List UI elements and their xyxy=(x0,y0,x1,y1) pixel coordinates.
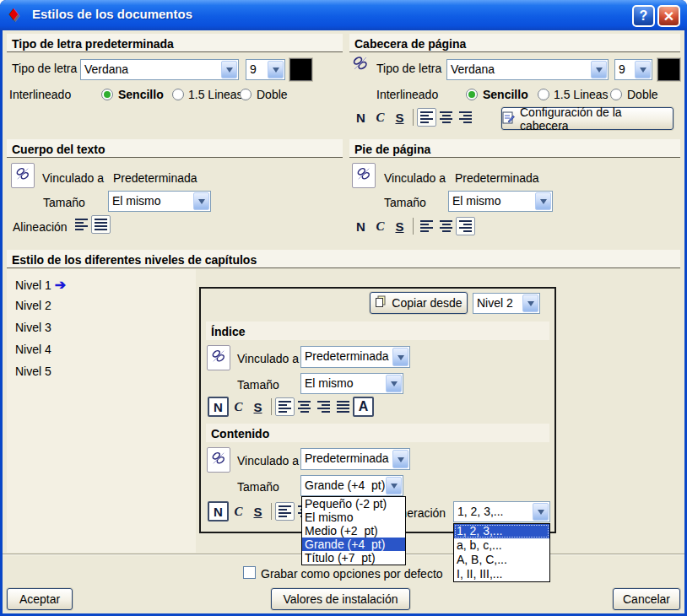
accept-button[interactable]: Aceptar xyxy=(7,588,73,610)
default-font-color-swatch[interactable] xyxy=(289,58,312,81)
footer-format-toolbar: N C S xyxy=(351,217,475,235)
link-toggle-button[interactable] xyxy=(11,163,35,188)
index-size-select[interactable]: El mismo xyxy=(300,373,403,394)
numbering-option-selected[interactable]: 1, 2, 3,... xyxy=(454,524,549,538)
radio-double[interactable] xyxy=(610,89,622,100)
link-toggle-button[interactable] xyxy=(207,345,230,370)
chevron-down-icon[interactable] xyxy=(386,477,402,494)
align-left-icon xyxy=(279,401,291,413)
install-values-button[interactable]: Valores de instalación xyxy=(271,588,410,610)
help-button[interactable]: ? xyxy=(632,5,655,27)
line-spacing-label: Interlineado xyxy=(9,88,71,101)
current-level-arrow-icon: ➔ xyxy=(55,278,66,292)
body-align-toolbar xyxy=(72,215,111,234)
radio-15lines[interactable] xyxy=(538,89,549,100)
align-right-button[interactable] xyxy=(456,217,475,235)
size-option[interactable]: Medio (+2 pt) xyxy=(302,524,405,538)
align-left-button[interactable] xyxy=(417,108,436,127)
footer-size-select[interactable]: El mismo xyxy=(448,191,553,212)
chevron-down-icon[interactable] xyxy=(386,375,402,392)
size-option[interactable]: Título (+7 pt) xyxy=(302,551,405,565)
align-justify-icon xyxy=(95,219,107,230)
link-icon[interactable] xyxy=(352,55,369,75)
align-left-button[interactable] xyxy=(275,502,295,521)
underline-button[interactable]: S xyxy=(390,217,409,235)
app-icon: ♦ xyxy=(8,2,19,25)
chevron-down-icon[interactable] xyxy=(392,348,408,366)
chevron-down-icon[interactable] xyxy=(221,61,237,78)
chevron-down-icon[interactable] xyxy=(392,450,408,468)
underline-button[interactable]: S xyxy=(390,108,409,127)
bold-button[interactable]: N xyxy=(208,501,229,521)
separator xyxy=(271,398,272,415)
align-left-button[interactable] xyxy=(275,397,295,416)
header-font-color-swatch[interactable] xyxy=(657,58,680,81)
header-font-family-select[interactable]: Verdana xyxy=(446,59,609,80)
radio-single[interactable] xyxy=(466,89,478,100)
section-header-title: Cabecera de página xyxy=(349,34,680,52)
save-defaults-checkbox[interactable] xyxy=(243,566,256,579)
align-justify-button[interactable] xyxy=(333,397,353,416)
align-justify-button[interactable] xyxy=(91,215,111,234)
italic-button[interactable]: C xyxy=(371,108,390,127)
bold-button[interactable]: N xyxy=(208,397,229,417)
title-bar: ♦ Estilos de los documentos ? ✕ xyxy=(0,0,687,30)
level-item-1[interactable]: Nivel 1➔ xyxy=(7,273,196,294)
content-linked-select[interactable]: Predeterminada xyxy=(300,448,410,470)
body-size-select[interactable]: El mismo xyxy=(108,191,211,212)
italic-button[interactable]: C xyxy=(229,397,248,416)
level-item-2[interactable]: Nivel 2 xyxy=(7,294,196,316)
size-option[interactable]: Pequeño (-2 pt) xyxy=(302,497,405,511)
align-left-button[interactable] xyxy=(417,217,436,235)
copy-from-button[interactable]: Copiar desde xyxy=(370,292,468,314)
chevron-down-icon[interactable] xyxy=(522,294,538,312)
header-config-button[interactable]: Configuración de la cabecera xyxy=(501,107,673,130)
align-center-button[interactable] xyxy=(436,108,456,127)
header-font-size-select[interactable]: 9 xyxy=(614,59,652,80)
level-item-5[interactable]: Nivel 5 xyxy=(7,360,196,382)
numbering-option[interactable]: I, II, III,... xyxy=(454,567,549,581)
align-center-button[interactable] xyxy=(436,217,456,235)
separator xyxy=(413,109,414,126)
numbering-select[interactable]: 1, 2, 3,... xyxy=(453,501,550,522)
chevron-down-icon[interactable] xyxy=(535,192,551,210)
bold-button[interactable]: N xyxy=(351,108,371,127)
bold-button[interactable]: N xyxy=(351,217,371,235)
italic-button[interactable]: C xyxy=(229,502,248,521)
align-center-button[interactable] xyxy=(295,397,314,416)
chevron-down-icon[interactable] xyxy=(533,503,549,521)
level-item-3[interactable]: Nivel 3 xyxy=(7,316,196,338)
save-defaults-label[interactable]: Grabar como opciones por defecto xyxy=(261,567,443,581)
numbering-option[interactable]: a, b, c,... xyxy=(454,538,549,553)
numbering-option[interactable]: A, B, C,... xyxy=(454,553,549,567)
chevron-down-icon[interactable] xyxy=(591,61,607,78)
cancel-button[interactable]: Cancelar xyxy=(613,588,680,610)
link-icon xyxy=(211,451,226,469)
italic-button[interactable]: C xyxy=(371,217,390,235)
copy-from-level-select[interactable]: Nivel 2 xyxy=(473,293,540,314)
size-option[interactable]: El mismo xyxy=(302,511,405,524)
close-button[interactable]: ✕ xyxy=(657,5,680,27)
size-option-selected[interactable]: Grande (+4 pt) xyxy=(302,538,405,551)
chevron-down-icon[interactable] xyxy=(635,61,651,78)
radio-single[interactable] xyxy=(101,89,113,100)
radio-15lines[interactable] xyxy=(172,89,184,100)
index-linked-select[interactable]: Predeterminada xyxy=(300,346,410,368)
underline-button[interactable]: S xyxy=(248,502,268,521)
align-right-button[interactable] xyxy=(314,397,333,416)
link-toggle-button[interactable] xyxy=(352,163,376,188)
level-item-4[interactable]: Nivel 4 xyxy=(7,338,196,360)
align-right-button[interactable] xyxy=(456,108,475,127)
align-right-icon xyxy=(317,401,330,413)
underline-button[interactable]: S xyxy=(248,397,268,416)
default-font-size-select[interactable]: 9 xyxy=(246,59,285,80)
radio-double[interactable] xyxy=(240,89,252,100)
chevron-down-icon[interactable] xyxy=(268,61,284,78)
chevron-down-icon[interactable] xyxy=(193,192,209,210)
content-size-select[interactable]: Grande (+4 pt) xyxy=(300,475,403,496)
link-toggle-button[interactable] xyxy=(207,447,230,473)
default-font-family-select[interactable]: Verdana xyxy=(80,59,239,80)
align-left-button[interactable] xyxy=(72,215,91,234)
question-icon: ? xyxy=(640,8,648,24)
font-color-button[interactable]: A xyxy=(353,397,374,417)
